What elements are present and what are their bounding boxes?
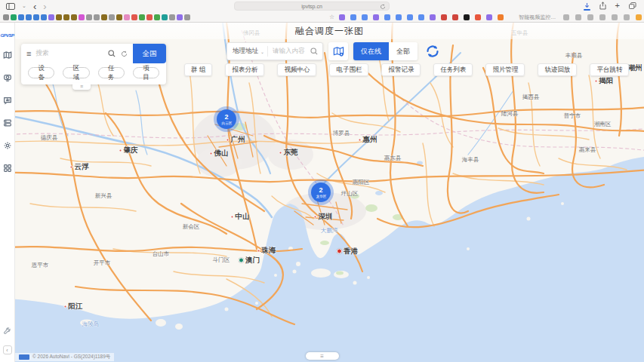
bookmark-favicon[interactable] xyxy=(26,14,32,20)
bookmark-favicon[interactable] xyxy=(184,14,190,20)
bookmark-favicon[interactable] xyxy=(441,14,447,20)
bookmark-favicon[interactable] xyxy=(3,14,9,20)
bookmark-favicon[interactable] xyxy=(71,14,77,20)
filter-pill[interactable]: 区域 xyxy=(63,67,89,78)
cluster-marker[interactable]: 2 白云区 xyxy=(217,109,236,129)
map-icon[interactable] xyxy=(2,50,13,60)
bookmark-favicon[interactable] xyxy=(464,14,470,20)
cluster-marker[interactable]: 2 龙华区 xyxy=(311,183,331,202)
bookmark-favicon[interactable] xyxy=(116,14,122,20)
menu-button[interactable]: 视频中心 xyxy=(277,63,316,76)
downloads-icon[interactable] xyxy=(584,2,590,9)
menu-button[interactable]: 群 组 xyxy=(184,63,212,76)
bookmark-favicon[interactable] xyxy=(563,14,569,20)
back-icon[interactable]: ‹ xyxy=(33,2,36,11)
reload-icon[interactable] xyxy=(380,4,386,10)
online-only-button[interactable]: 仅在线 xyxy=(353,42,389,60)
filter-pill[interactable]: 设备 xyxy=(28,67,54,78)
bookmark-favicon[interactable] xyxy=(339,14,345,20)
nation-button[interactable]: 全国 xyxy=(133,44,166,63)
bookmark-favicon[interactable] xyxy=(48,14,54,20)
url-bar[interactable]: ipvtsp.cn xyxy=(234,2,390,11)
bookmark-favicon[interactable] xyxy=(486,14,492,20)
bookmark-favicon[interactable] xyxy=(131,14,137,20)
bookmark-favicon[interactable] xyxy=(636,14,642,20)
bookmark-favicon[interactable] xyxy=(169,14,175,20)
apps-grid-icon[interactable] xyxy=(2,163,13,173)
bookmark-favicon[interactable] xyxy=(350,14,356,20)
collapse-icon[interactable]: ‹ xyxy=(3,345,12,354)
bookmark-favicon[interactable] xyxy=(418,14,424,20)
bookmark-favicon[interactable] xyxy=(384,14,390,20)
tab-overview-icon[interactable] xyxy=(629,2,636,9)
bookmark-favicon[interactable] xyxy=(101,14,107,20)
map-canvas[interactable]: 融合调度一张图 德庆县 新兴县 佛冈县 xyxy=(0,23,644,362)
bookmark-favicon[interactable] xyxy=(154,14,160,20)
url-text: ipvtsp.cn xyxy=(301,4,322,9)
bottom-drag-handle[interactable]: ≡ xyxy=(306,352,339,360)
menu-button[interactable]: 报表分析 xyxy=(225,63,264,76)
panel-refresh-icon[interactable] xyxy=(121,51,128,57)
map-refresh-button[interactable] xyxy=(424,43,441,60)
menu-button[interactable]: 轨迹回放 xyxy=(538,63,577,76)
panel-search-input[interactable]: 搜索 xyxy=(35,49,108,58)
bookmark-favicon[interactable] xyxy=(86,14,92,20)
menu-button[interactable]: 报警记录 xyxy=(381,63,421,76)
menu-button[interactable]: 任务列表 xyxy=(433,63,473,76)
ai-assistant-icon[interactable] xyxy=(2,95,13,106)
sidebar-chevron-icon[interactable]: ⌄ xyxy=(22,3,26,9)
search-icon[interactable] xyxy=(108,50,116,57)
bookmark-favicon[interactable] xyxy=(373,14,379,20)
settings-icon[interactable] xyxy=(2,140,13,151)
bookmark-favicon[interactable] xyxy=(575,14,581,20)
browser-chrome: ⌄ ‹ › ipvtsp.cn + ☆ xyxy=(0,0,644,23)
panel-drag-handle[interactable]: ≡ xyxy=(72,83,91,90)
forward-icon[interactable]: › xyxy=(43,2,46,11)
filter-pill[interactable]: 项目 xyxy=(133,67,159,78)
new-tab-icon[interactable]: + xyxy=(615,2,620,10)
filter-pill[interactable]: 任务 xyxy=(98,67,125,78)
bookmark-favicon[interactable] xyxy=(94,14,100,20)
camera-icon[interactable] xyxy=(2,72,13,83)
map-layer-button[interactable] xyxy=(328,42,348,60)
bookmark-favicon[interactable] xyxy=(33,14,39,20)
menu-button[interactable]: 照片管理 xyxy=(485,63,525,76)
bookmark-folder-label[interactable]: 智能视频监控… xyxy=(519,14,556,21)
bookmark-favicon[interactable] xyxy=(124,14,130,20)
share-icon[interactable] xyxy=(599,2,606,10)
server-icon[interactable] xyxy=(2,118,13,128)
bookmark-favicon[interactable] xyxy=(362,14,368,20)
tools-icon[interactable] xyxy=(3,324,11,338)
bookmark-favicon[interactable] xyxy=(109,14,115,20)
all-devices-button[interactable]: 全部 xyxy=(389,42,418,60)
bookmark-favicon[interactable] xyxy=(430,14,436,20)
bookmark-favicon[interactable] xyxy=(162,14,168,20)
bookmark-favicon[interactable] xyxy=(11,14,17,20)
address-input[interactable]: 请输入内容 xyxy=(268,47,310,56)
bookmark-favicon[interactable] xyxy=(587,14,593,20)
bookmark-favicon[interactable] xyxy=(599,14,605,20)
bookmark-favicon[interactable] xyxy=(63,14,69,20)
bookmark-favicon[interactable] xyxy=(452,14,458,20)
menu-button[interactable]: 平台跳转 xyxy=(590,63,629,76)
bookmark-favicon[interactable] xyxy=(396,14,402,20)
bookmark-favicon[interactable] xyxy=(18,14,24,20)
sidebar-toggle-icon[interactable] xyxy=(6,3,15,10)
bookmark-favicon[interactable] xyxy=(79,14,85,20)
refresh-arrows-icon xyxy=(425,44,440,59)
bookmark-favicon[interactable] xyxy=(146,14,153,20)
bookmark-favicon[interactable] xyxy=(498,14,504,20)
bookmark-favicon[interactable] xyxy=(41,14,47,20)
favorites-star-icon[interactable]: ☆ xyxy=(329,14,334,20)
bookmark-favicon[interactable] xyxy=(139,14,145,20)
panel-menu-icon[interactable]: ≡ xyxy=(26,49,31,58)
bookmark-favicon[interactable] xyxy=(624,14,630,20)
bookmark-favicon[interactable] xyxy=(475,14,481,20)
address-type-select[interactable]: 地理地址 ⌄ xyxy=(227,46,268,57)
menu-button[interactable]: 电子围栏 xyxy=(329,63,368,76)
bookmark-favicon[interactable] xyxy=(612,14,618,20)
address-search-icon[interactable] xyxy=(310,48,322,55)
bookmark-favicon[interactable] xyxy=(407,14,413,20)
bookmark-favicon[interactable] xyxy=(177,14,183,20)
bookmark-favicon[interactable] xyxy=(56,14,62,20)
